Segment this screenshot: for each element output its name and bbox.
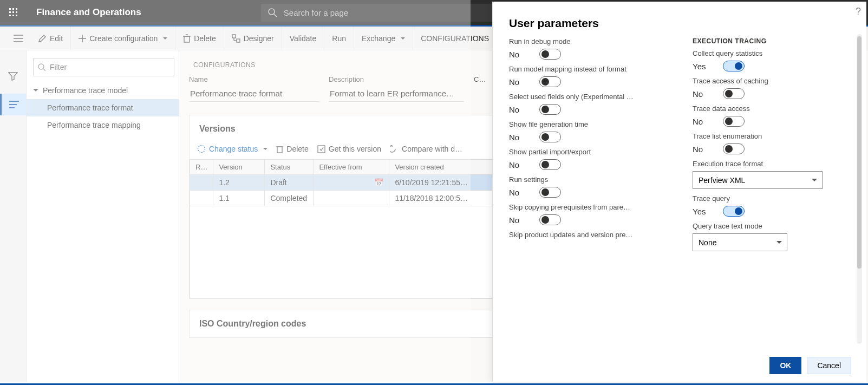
nav-toggle-icon[interactable] xyxy=(6,35,30,42)
svg-rect-2 xyxy=(16,8,17,10)
col-r[interactable]: R… xyxy=(190,160,213,175)
ok-button[interactable]: OK xyxy=(769,357,801,374)
create-configuration-button[interactable]: Create configuration xyxy=(71,27,175,50)
toggle-file-gen-time[interactable] xyxy=(539,132,561,142)
configurations-tab[interactable]: CONFIGURATIONS xyxy=(413,27,497,50)
delete-label: Delete xyxy=(194,34,216,43)
desc-label: Description xyxy=(329,75,464,83)
dialog-left-column: Run in debug mode No Run model mapping i… xyxy=(509,37,667,349)
tree-panel: Filter Performance trace model Performan… xyxy=(27,50,179,382)
toggle-model-mapping[interactable] xyxy=(539,76,561,87)
svg-rect-16 xyxy=(184,36,190,42)
dialog-title: User parameters xyxy=(493,2,866,32)
query-mode-select[interactable] xyxy=(693,233,787,251)
dialog-scrollbar[interactable] xyxy=(857,34,862,344)
compare-button[interactable]: Compare with d… xyxy=(390,145,462,153)
run-button[interactable]: Run xyxy=(324,27,354,50)
svg-point-26 xyxy=(38,64,44,69)
col-status[interactable]: Status xyxy=(265,160,314,175)
svg-point-9 xyxy=(269,9,275,15)
svg-rect-7 xyxy=(12,15,14,16)
brand-title: Finance and Operations xyxy=(36,7,141,18)
col-version[interactable]: Version xyxy=(213,160,265,175)
tree-root[interactable]: Performance trace model xyxy=(27,82,179,99)
extra-label: C… xyxy=(474,75,490,83)
svg-rect-31 xyxy=(318,146,325,153)
toggle-skip-prereq[interactable] xyxy=(539,214,561,225)
edit-button[interactable]: Edit xyxy=(30,27,71,50)
caret-down-icon xyxy=(33,89,38,94)
svg-rect-5 xyxy=(16,11,17,13)
filter-rail-icon[interactable] xyxy=(8,72,18,81)
svg-rect-19 xyxy=(232,35,236,38)
search-icon xyxy=(267,8,277,17)
svg-rect-1 xyxy=(12,8,14,10)
svg-line-10 xyxy=(274,14,277,17)
tree-filter-input[interactable]: Filter xyxy=(33,58,174,76)
tree-item-format[interactable]: Performance trace format xyxy=(27,99,179,116)
user-parameters-dialog: ? User parameters Run in debug mode No R… xyxy=(492,2,866,382)
toggle-used-fields[interactable] xyxy=(539,104,561,115)
toggle-trace-caching[interactable] xyxy=(723,88,745,99)
execution-tracing-heading: EXECUTION TRACING xyxy=(693,37,850,45)
tree-item-mapping[interactable]: Performance trace mapping xyxy=(27,116,179,134)
toggle-trace-query[interactable] xyxy=(723,206,745,217)
svg-rect-3 xyxy=(9,11,11,13)
designer-button[interactable]: Designer xyxy=(224,27,282,50)
toggle-trace-data[interactable] xyxy=(723,116,745,127)
get-version-button[interactable]: Get this version xyxy=(317,145,381,153)
toggle-run-settings[interactable] xyxy=(539,187,561,198)
validate-button[interactable]: Validate xyxy=(282,27,325,50)
designer-label: Designer xyxy=(244,34,274,43)
delete-button[interactable]: Delete xyxy=(175,27,224,50)
svg-rect-6 xyxy=(9,15,11,16)
svg-point-28 xyxy=(198,146,205,153)
svg-rect-29 xyxy=(277,147,282,153)
change-status-button[interactable]: Change status xyxy=(197,145,267,153)
desc-value[interactable]: Format to learn ER performance… xyxy=(329,87,464,102)
svg-rect-0 xyxy=(9,8,11,10)
name-value[interactable]: Performance trace format xyxy=(189,87,319,102)
toggle-trace-list[interactable] xyxy=(723,143,745,154)
tree-root-label: Performance trace model xyxy=(43,86,128,95)
col-effective[interactable]: Effective from xyxy=(314,160,389,175)
toggle-collect-stats[interactable] xyxy=(723,61,745,71)
versions-delete-button[interactable]: Delete xyxy=(276,145,308,153)
edit-label: Edit xyxy=(50,34,63,43)
calendar-icon: 📅 xyxy=(374,178,383,187)
create-label: Create configuration xyxy=(89,34,158,43)
toggle-debug[interactable] xyxy=(539,49,561,60)
app-launcher-icon[interactable] xyxy=(0,0,27,26)
cancel-button[interactable]: Cancel xyxy=(807,357,851,374)
side-rail xyxy=(0,50,27,382)
exec-format-select[interactable] xyxy=(693,171,823,189)
list-rail-icon[interactable] xyxy=(0,94,26,115)
svg-rect-20 xyxy=(237,39,240,42)
filter-placeholder: Filter xyxy=(50,63,67,71)
svg-rect-4 xyxy=(12,11,14,13)
toggle-partial-import[interactable] xyxy=(539,159,561,170)
name-label: Name xyxy=(189,75,319,83)
exchange-button[interactable]: Exchange xyxy=(354,27,413,50)
svg-rect-8 xyxy=(16,15,17,16)
svg-line-27 xyxy=(43,69,45,71)
dialog-right-column: EXECUTION TRACING Collect query statisti… xyxy=(693,37,850,349)
help-icon[interactable]: ? xyxy=(856,6,861,17)
